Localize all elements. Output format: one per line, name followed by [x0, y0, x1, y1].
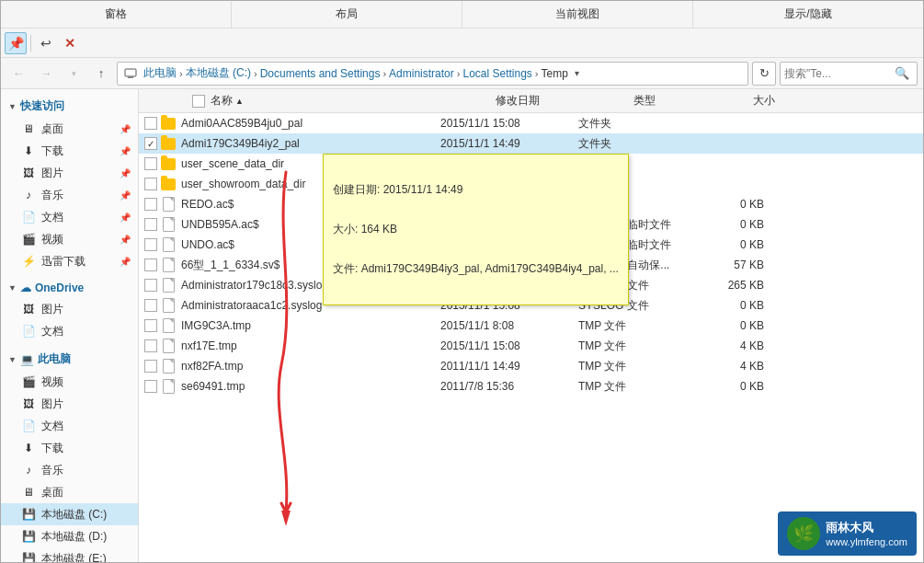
sidebar-item-desktop[interactable]: 🖥 桌面 📌 — [1, 118, 138, 140]
checkbox-0[interactable] — [144, 117, 157, 130]
row-checkbox-6[interactable] — [143, 238, 159, 251]
checkbox-4[interactable] — [144, 198, 157, 211]
sidebar-item-documents[interactable]: 📄 文档 📌 — [1, 206, 138, 228]
menu-current-view[interactable]: 当前视图 — [462, 1, 693, 28]
pin-button[interactable]: 📌 — [5, 32, 27, 54]
menu-layout[interactable]: 布局 — [232, 1, 462, 28]
pin-icon-videos: 📌 — [120, 235, 131, 245]
quick-access-header[interactable]: ▼ 快速访问 — [1, 95, 138, 118]
row-icon-4 — [159, 195, 177, 213]
row-checkbox-5[interactable] — [143, 218, 159, 231]
menu-show-hide[interactable]: 显示/隐藏 — [693, 1, 923, 28]
row-checkbox-4[interactable] — [143, 198, 159, 211]
close-button[interactable]: ✕ — [59, 32, 81, 54]
sidebar: ▼ 快速访问 🖥 桌面 📌 ⬇ 下载 📌 🖼 图片 📌 — [1, 89, 139, 562]
row-name-1: Admi179C349B4iy2_pal — [181, 137, 440, 150]
sidebar-drive-d-label: 本地磁盘 (D:) — [41, 529, 107, 545]
sidebar-item-drive-e[interactable]: 💾 本地磁盘 (E:) — [1, 547, 138, 562]
table-row[interactable]: nxf17E.tmp 2015/11/1 15:08 TMP 文件 4 KB — [139, 336, 923, 356]
row-checkbox-8[interactable] — [143, 279, 159, 292]
row-checkbox-10[interactable] — [143, 319, 159, 332]
breadcrumb-local-settings[interactable]: Local Settings — [462, 67, 531, 80]
sidebar-od-documents-label: 文档 — [41, 324, 63, 339]
checkbox-11[interactable] — [144, 339, 157, 352]
undo-button[interactable]: ↩ — [35, 32, 57, 54]
table-row[interactable]: Admi0AAC859B4ju0_pal 2015/11/1 15:08 文件夹 — [139, 113, 923, 133]
sidebar-item-pc-videos[interactable]: 🎬 视频 — [1, 371, 138, 393]
up-button[interactable]: ↑ — [89, 62, 113, 86]
refresh-button[interactable]: ↻ — [752, 62, 776, 86]
row-icon-9 — [159, 296, 177, 315]
sidebar-item-music[interactable]: ♪ 音乐 📌 — [1, 184, 138, 206]
checkbox-12[interactable] — [144, 360, 157, 373]
sidebar-item-xunlei[interactable]: ⚡ 迅雷下载 📌 — [1, 250, 138, 272]
row-checkbox-0[interactable] — [143, 117, 159, 130]
breadcrumb-c-drive[interactable]: 本地磁盘 (C:) — [186, 65, 251, 81]
row-checkbox-12[interactable] — [143, 360, 159, 373]
table-row[interactable]: Admi179C349B4iy2_pal 2015/11/1 14:49 文件夹… — [139, 133, 923, 154]
breadcrumb-dropdown-button[interactable]: ▾ — [570, 62, 585, 86]
row-icon-0 — [159, 114, 177, 132]
checkbox-3[interactable] — [144, 178, 157, 190]
row-checkbox-11[interactable] — [143, 339, 159, 352]
sidebar-item-pc-documents[interactable]: 📄 文档 — [1, 415, 138, 437]
breadcrumb-docs-settings[interactable]: Documents and Settings — [260, 67, 381, 80]
table-row[interactable]: IMG9C3A.tmp 2015/11/1 8:08 TMP 文件 0 KB — [139, 316, 923, 336]
row-checkbox-1[interactable] — [143, 137, 159, 150]
sidebar-item-drive-d[interactable]: 💾 本地磁盘 (D:) — [1, 525, 138, 547]
table-row[interactable]: nxf82FA.tmp 2011/11/1 14:49 TMP 文件 4 KB — [139, 356, 923, 376]
col-header-date[interactable]: 修改日期 — [492, 89, 630, 112]
col-header-type[interactable]: 类型 — [630, 89, 749, 112]
back-button[interactable]: ← — [6, 62, 30, 86]
col-header-name[interactable]: 名称 ▲ — [207, 89, 492, 112]
sidebar-item-videos[interactable]: 🎬 视频 📌 — [1, 228, 138, 250]
select-all-checkbox[interactable] — [192, 95, 205, 108]
checkbox-1[interactable] — [144, 137, 157, 150]
checkbox-8[interactable] — [144, 279, 157, 292]
tooltip-files: 文件: Admi179C349B4iy3_pal, Admi179C349B4i… — [333, 259, 619, 280]
pc-downloads-icon: ⬇ — [21, 441, 36, 455]
watermark-text: 雨林木风 www.ylmfeng.com — [826, 520, 907, 547]
checkbox-5[interactable] — [144, 218, 157, 231]
row-date-12: 2011/11/1 14:49 — [440, 360, 578, 373]
sidebar-item-pictures[interactable]: 🖼 图片 📌 — [1, 162, 138, 184]
sidebar-item-pc-pictures[interactable]: 🖼 图片 — [1, 393, 138, 415]
documents-icon: 📄 — [21, 210, 36, 224]
checkbox-13[interactable] — [144, 380, 157, 393]
search-icon[interactable]: 🔍 — [895, 66, 909, 80]
sidebar-item-downloads[interactable]: ⬇ 下载 📌 — [1, 140, 138, 162]
menu-pane[interactable]: 窗格 — [1, 1, 232, 28]
sort-arrow-name: ▲ — [235, 97, 244, 106]
sidebar-item-pc-downloads[interactable]: ⬇ 下载 — [1, 437, 138, 459]
row-checkbox-9[interactable] — [143, 299, 159, 312]
sidebar-item-pc-music[interactable]: ♪ 音乐 — [1, 459, 138, 481]
onedrive-header[interactable]: ▼ ☁ OneDrive — [1, 278, 138, 298]
row-checkbox-13[interactable] — [143, 380, 159, 393]
forward-button[interactable]: → — [34, 62, 58, 86]
checkbox-2[interactable] — [144, 157, 157, 170]
sidebar-item-od-pictures[interactable]: 🖼 图片 — [1, 298, 138, 320]
menu-bar: 窗格 布局 当前视图 显示/隐藏 — [1, 1, 923, 29]
sidebar-item-drive-c[interactable]: 💾 本地磁盘 (C:) — [1, 503, 138, 525]
table-row[interactable]: se69491.tmp 2011/7/8 15:36 TMP 文件 0 KB — [139, 376, 923, 396]
this-pc-section: ▼ 💻 此电脑 🎬 视频 🖼 图片 📄 文档 ⬇ — [1, 348, 138, 562]
sidebar-item-od-documents[interactable]: 📄 文档 — [1, 320, 138, 342]
sidebar-item-pc-desktop[interactable]: 🖥 桌面 — [1, 481, 138, 503]
music-icon: ♪ — [21, 188, 36, 202]
history-button[interactable]: ▾ — [62, 62, 86, 86]
checkbox-7[interactable] — [144, 259, 157, 271]
row-size-13: 0 KB — [698, 380, 771, 393]
col-header-size[interactable]: 大小 — [749, 89, 823, 112]
checkbox-6[interactable] — [144, 238, 157, 251]
checkbox-9[interactable] — [144, 299, 157, 312]
row-checkbox-2[interactable] — [143, 157, 159, 170]
breadcrumb-temp[interactable]: Temp — [542, 67, 568, 80]
row-checkbox-3[interactable] — [143, 178, 159, 190]
breadcrumb-this-pc[interactable]: 此电脑 — [143, 65, 177, 81]
row-size-5: 0 KB — [698, 218, 771, 231]
row-checkbox-7[interactable] — [143, 259, 159, 271]
this-pc-header[interactable]: ▼ 💻 此电脑 — [1, 348, 138, 371]
search-input[interactable] — [784, 67, 895, 80]
checkbox-10[interactable] — [144, 319, 157, 332]
breadcrumb-administrator[interactable]: Administrator — [389, 67, 454, 80]
